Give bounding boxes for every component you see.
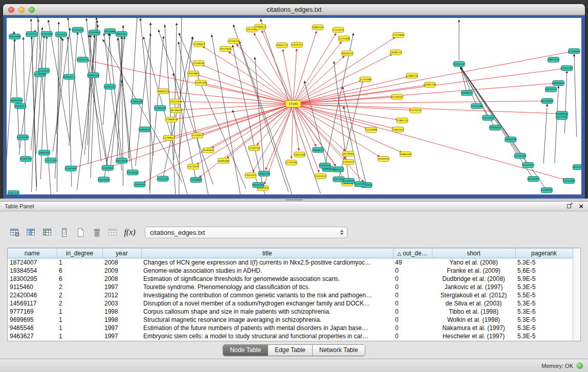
tab-network-table[interactable]: Network Table xyxy=(313,345,365,356)
table-cell: 9115460 xyxy=(8,283,57,291)
table-cell: 9463627 xyxy=(8,332,57,340)
table-cell: 1997 xyxy=(102,332,141,340)
table-cell: Jankovic et al. (1997) xyxy=(432,283,515,291)
table-panel-title: Table Panel xyxy=(5,203,34,209)
table-cell: Genome-wide association studies in ADHD. xyxy=(141,267,393,275)
svg-text:18371659: 18371659 xyxy=(116,160,127,162)
table-row[interactable]: 1456911722003Disruption of a novel membe… xyxy=(8,299,573,308)
svg-text:11250398: 11250398 xyxy=(365,128,377,131)
show-columns-button[interactable] xyxy=(25,226,38,239)
table-cell: 0 xyxy=(393,299,432,308)
column-header-year[interactable]: year xyxy=(102,249,141,258)
svg-text:19415863: 19415863 xyxy=(188,72,199,75)
edit-columns-button[interactable] xyxy=(41,226,55,239)
table-cell: 0 xyxy=(393,324,432,332)
svg-text:16739626: 16739626 xyxy=(170,109,182,112)
close-panel-icon[interactable]: × xyxy=(579,203,583,209)
tab-edge-table[interactable]: Edge Table xyxy=(268,345,313,356)
svg-text:16095480: 16095480 xyxy=(218,160,229,162)
combobox-arrows-icon xyxy=(340,230,343,235)
float-panel-icon[interactable] xyxy=(567,202,573,211)
svg-text:20337208: 20337208 xyxy=(294,154,305,156)
window-controls xyxy=(8,7,35,13)
window-titlebar[interactable]: citations_edges.txt xyxy=(3,4,585,15)
svg-text:9751908: 9751908 xyxy=(105,30,115,33)
svg-text:22436593: 22436593 xyxy=(569,50,580,53)
svg-text:20137820: 20137820 xyxy=(220,48,231,50)
column-header-pagerank[interactable]: pagerank xyxy=(515,249,573,258)
svg-text:17981711: 17981711 xyxy=(397,119,408,122)
table-cell: Stergiakouli et al. (2012) xyxy=(432,291,515,299)
svg-text:21249208: 21249208 xyxy=(193,62,204,64)
svg-text:10292289: 10292289 xyxy=(195,81,206,84)
minimize-window-button[interactable] xyxy=(18,7,25,13)
column-header-title[interactable]: title xyxy=(141,249,393,258)
network-graph[interactable]: 1724015226744179817111309250311250398199… xyxy=(7,18,581,194)
table-cell: Estimation of significance thresholds fo… xyxy=(141,275,393,283)
tab-node-table[interactable]: Node Table xyxy=(223,345,268,356)
svg-text:16826765: 16826765 xyxy=(11,99,23,102)
table-cell: 6 xyxy=(57,275,102,283)
table-row[interactable]: 946362711997Embryonic stem cells: a mode… xyxy=(8,332,573,340)
svg-text:16287529: 16287529 xyxy=(258,172,270,175)
table-options-button[interactable] xyxy=(8,226,22,239)
svg-text:21251525: 21251525 xyxy=(522,164,534,166)
table-cell: 1998 xyxy=(102,308,141,316)
table-cell: 9465546 xyxy=(8,324,57,332)
svg-text:17472493: 17472493 xyxy=(72,29,83,31)
table-cell: 2 xyxy=(57,283,102,291)
table-source-select[interactable]: citations_edges.txt xyxy=(145,227,347,238)
svg-text:19877151: 19877151 xyxy=(548,58,559,61)
network-canvas[interactable]: 1724015226744179817111309250311250398199… xyxy=(7,18,581,194)
zoom-window-button[interactable] xyxy=(29,7,35,13)
function-builder-button[interactable]: f(x) xyxy=(123,226,137,239)
import-table-button[interactable] xyxy=(106,226,120,239)
table-cell: 22420046 xyxy=(8,291,57,299)
new-table-button[interactable] xyxy=(74,226,88,239)
table-gray-icon xyxy=(108,228,119,237)
row-options-button[interactable] xyxy=(57,226,71,239)
table-row[interactable]: 946554611997Estimation of the future num… xyxy=(8,324,573,332)
table-scrollbar[interactable] xyxy=(573,248,580,341)
svg-text:17375721: 17375721 xyxy=(157,178,168,180)
table-cell: Embryonic stem cells: a model to study s… xyxy=(141,332,393,340)
table-cell: Estimation of the future numbers of pati… xyxy=(141,324,393,332)
table-green-icon xyxy=(42,228,53,237)
svg-text:21350951: 21350951 xyxy=(102,167,113,169)
svg-text:21271145: 21271145 xyxy=(45,159,56,162)
svg-text:17553142: 17553142 xyxy=(55,33,67,36)
close-window-button[interactable] xyxy=(8,7,14,13)
delete-table-button[interactable] xyxy=(90,226,104,239)
table-cell: 1 xyxy=(57,324,102,332)
table-row[interactable]: 1830029562008Estimation of significance … xyxy=(8,275,573,283)
svg-text:10242423: 10242423 xyxy=(77,58,89,61)
column-header-out_de[interactable]: △out_de… xyxy=(393,249,432,258)
table-row[interactable]: 1938455462009Genome-wide association stu… xyxy=(8,267,573,275)
table-cell: 2003 xyxy=(102,299,141,308)
panel-divider-handle[interactable] xyxy=(286,199,303,201)
table-cell: Dudbridge et al. (2008) xyxy=(432,275,515,283)
table-cell: Corpus callosum shape and size in male p… xyxy=(141,308,393,316)
svg-text:9795253: 9795253 xyxy=(454,63,464,65)
document-icon xyxy=(75,228,86,237)
svg-text:14573476: 14573476 xyxy=(187,165,199,168)
table-row[interactable]: 977716911998Corpus callosum shape and si… xyxy=(8,308,573,316)
svg-text:22136445: 22136445 xyxy=(391,96,403,98)
column-header-short[interactable]: short xyxy=(432,249,515,258)
table-row[interactable]: 2242004622012Investigating the contribut… xyxy=(8,291,573,299)
window-title: citations_edges.txt xyxy=(267,6,322,13)
svg-text:11309632: 11309632 xyxy=(193,43,205,46)
svg-text:15226744: 15226744 xyxy=(410,109,421,112)
table-row[interactable]: 911546021997Tourette syndrome. Phenomeno… xyxy=(8,283,573,291)
memory-indicator-icon[interactable] xyxy=(577,363,583,369)
column-header-name[interactable]: name xyxy=(8,249,57,258)
svg-text:25721668: 25721668 xyxy=(338,37,350,40)
svg-text:22831572: 22831572 xyxy=(276,44,288,47)
svg-text:17969728: 17969728 xyxy=(406,75,418,77)
column-header-in_degree[interactable]: in_degree xyxy=(57,249,102,258)
table-cell: Nakamura et al. (1997) xyxy=(432,324,515,332)
svg-text:11703790: 11703790 xyxy=(286,161,297,164)
table-row[interactable]: 969969511998Structural magnetic resonanc… xyxy=(8,316,573,324)
svg-text:11400158: 11400158 xyxy=(155,107,166,110)
table-row[interactable]: 1872400712008Changes of HCN gene express… xyxy=(8,258,573,267)
